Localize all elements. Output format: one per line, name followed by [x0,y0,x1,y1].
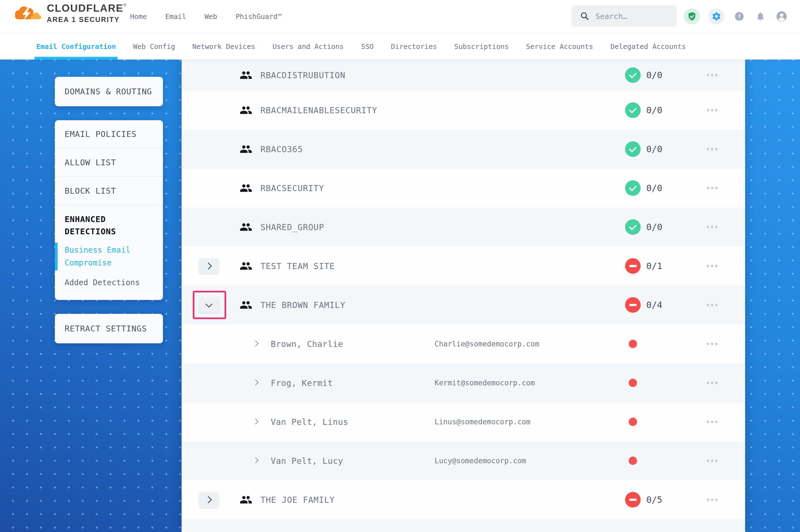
tab-service-accounts[interactable]: Service Accounts [526,33,593,59]
sidebar-item-allow-list[interactable]: ALLOW LIST [65,149,153,176]
search-icon [580,12,589,21]
row-actions-menu[interactable] [707,187,717,189]
row-actions-menu[interactable] [707,499,717,501]
group-name: THE BROWN FAMILY [260,300,345,310]
member-count: 0/4 [646,300,662,310]
status-blocked-badge [625,258,641,274]
tab-web-config[interactable]: Web Config [133,33,175,59]
header-nav-web[interactable]: Web [204,13,217,21]
group-row[interactable]: RBACO3650/0 [182,130,745,169]
group-row[interactable]: RBACSECURITY0/0 [182,169,745,208]
sidebar-item-added-detections[interactable]: Added Detections [65,277,153,288]
chevron-right-icon [205,496,212,503]
config-subnav: Email ConfigurationWeb ConfigNetwork Dev… [0,33,800,59]
header-nav-phishguard[interactable]: PhishGuard™ [236,13,282,21]
chevron-right-icon[interactable] [253,341,258,346]
header-icon-group: ? [684,0,788,33]
group-row[interactable]: TEST TEAM SITE0/1 [182,247,745,285]
row-actions-menu[interactable] [707,109,717,112]
tab-users-and-actions[interactable]: Users and Actions [272,33,344,59]
divider [55,205,163,205]
member-name: Van Pelt, Linus [271,417,348,427]
header-nav-home[interactable]: Home [130,13,147,21]
row-actions-menu[interactable] [707,460,717,462]
group-people-icon [239,104,252,117]
row-actions-menu[interactable] [707,226,717,228]
expand-group-button[interactable] [199,492,219,508]
tab-network-devices[interactable]: Network Devices [193,33,255,59]
group-people-icon [239,299,252,311]
sidebar-item-business-email-compromise[interactable]: Business Email Compromise [65,244,153,269]
member-row[interactable]: Frog, KermitKermit@somedemocorp.com [182,363,745,402]
member-count: 0/0 [646,144,662,154]
tab-subscriptions[interactable]: Subscriptions [454,33,509,59]
group-row[interactable]: THE BROWN FAMILY0/4 [182,285,745,324]
group-people-icon [239,182,252,194]
sidebar-item-block-list[interactable]: BLOCK LIST [65,177,153,205]
chevron-right-icon[interactable] [253,457,258,463]
row-actions-menu[interactable] [707,74,717,77]
group-name: RBACDISTRUBUTION [260,70,345,80]
status-blocked-badge [625,297,641,313]
top-header: CLOUDFLARE® AREA 1 SECURITY HomeEmailWeb… [0,0,800,33]
member-name: Van Pelt, Lucy [271,456,343,466]
member-email: Lucy@somedemocorp.com [435,457,526,465]
chevron-right-icon[interactable] [253,418,258,424]
status-ok-badge [625,219,641,235]
row-actions-menu[interactable] [707,343,717,345]
tab-delegated-accounts[interactable]: Delegated Accounts [610,33,686,59]
row-actions-menu[interactable] [707,304,717,306]
status-ok-badge [625,67,641,83]
header-nav-email[interactable]: Email [165,13,186,21]
group-name: THE JOE FAMILY [260,495,335,505]
header-nav: HomeEmailWebPhishGuard™ [130,0,281,33]
sidebar-item-domains-routing[interactable]: DOMAINS & ROUTING [65,77,153,106]
content-area: DOMAINS & ROUTINGEMAIL POLICIESALLOW LIS… [0,59,800,532]
tab-email-configuration[interactable]: Email Configuration [36,33,116,59]
highlight-annotation-box [193,291,226,319]
settings-gear-icon[interactable] [708,8,725,24]
member-count: 0/5 [646,494,662,505]
expand-group-button[interactable] [199,258,219,274]
check-icon [629,222,637,230]
svg-text:?: ? [738,13,741,20]
search-placeholder: Search… [596,12,627,21]
sidebar-item-retract-settings[interactable]: RETRACT SETTINGS [65,314,153,343]
member-count: 0/0 [646,222,662,232]
minus-icon [629,265,637,267]
status-ok-badge [625,102,641,118]
tab-directories[interactable]: Directories [391,33,437,59]
member-email: Charlie@somedemocorp.com [435,340,539,348]
notifications-bell-icon[interactable] [754,10,767,23]
member-count: 0/0 [646,183,662,193]
account-icon[interactable] [775,10,788,23]
member-row[interactable]: Van Pelt, LucyLucy@somedemocorp.com [182,441,745,480]
help-icon[interactable]: ? [733,10,746,23]
row-actions-menu[interactable] [707,148,717,151]
sidebar-card: EMAIL POLICIESALLOW LISTBLOCK LISTENHANC… [55,120,163,300]
member-row[interactable]: Van Pelt, LinusLinus@somedemocorp.com [182,402,745,441]
cloudflare-logo[interactable]: CLOUDFLARE® AREA 1 SECURITY [12,3,126,24]
row-actions-menu[interactable] [707,382,717,384]
brand-subtitle: AREA 1 SECURITY [47,16,126,24]
sidebar-item-email-policies[interactable]: EMAIL POLICIES [65,120,153,148]
row-actions-menu[interactable] [707,421,717,423]
member-row[interactable]: Brown, CharlieCharlie@somedemocorp.com [182,324,745,363]
member-count: 0/1 [646,261,662,271]
group-row[interactable]: RBACDISTRUBUTION0/0 [182,59,745,91]
group-row[interactable]: SHARED_GROUP0/0 [182,208,745,247]
group-people-icon [239,69,252,81]
search-input[interactable]: Search… [572,5,676,27]
group-row[interactable]: THE JOE FAMILY0/5 [182,480,745,519]
tab-sso[interactable]: SSO [361,33,374,59]
group-people-icon [239,493,252,506]
status-ok-badge [625,180,641,196]
member-count: 0/0 [646,105,662,115]
security-shield-icon[interactable] [684,8,700,24]
check-icon [629,70,637,78]
row-actions-menu[interactable] [707,265,717,267]
group-row[interactable]: RBACMAILENABLESECURITY0/0 [182,91,745,130]
status-alert-dot [629,418,637,426]
chevron-right-icon[interactable] [253,380,258,385]
sidebar: DOMAINS & ROUTINGEMAIL POLICIESALLOW LIS… [55,77,163,357]
